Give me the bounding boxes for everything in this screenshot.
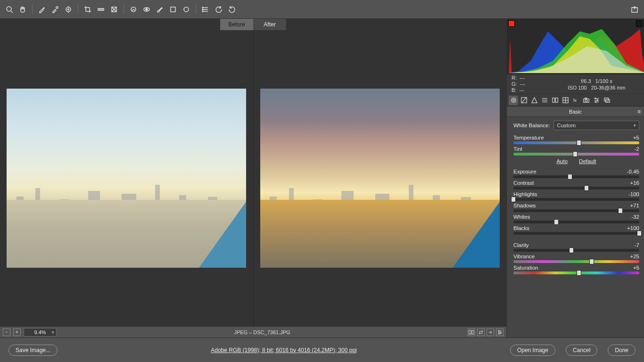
tab-basic-icon[interactable] bbox=[509, 96, 518, 105]
presets-icon[interactable] bbox=[200, 4, 211, 15]
default-button[interactable]: Default bbox=[579, 158, 596, 164]
open-image-button[interactable]: Open Image bbox=[510, 345, 555, 356]
svg-point-20 bbox=[202, 9, 203, 10]
tab-after[interactable]: After bbox=[253, 19, 286, 30]
svg-point-19 bbox=[202, 7, 203, 8]
slider-contrast[interactable]: Contrast+16 bbox=[513, 180, 639, 189]
tab-snapshots-icon[interactable] bbox=[602, 96, 611, 105]
svg-point-0 bbox=[7, 7, 11, 11]
bottom-bar: Save Image... Adobe RGB (1998); 8 bit; 6… bbox=[0, 337, 644, 362]
svg-rect-38 bbox=[555, 98, 558, 102]
svg-line-1 bbox=[11, 11, 13, 13]
svg-point-2 bbox=[56, 7, 58, 8]
svg-point-44 bbox=[585, 99, 587, 102]
eyedropper-icon[interactable] bbox=[36, 4, 48, 15]
slider-saturation[interactable]: Saturation+5 bbox=[513, 265, 639, 274]
panel-title: Basic ≡ bbox=[507, 107, 644, 117]
svg-text:fx: fx bbox=[573, 98, 577, 103]
workspace: Before After − + 9.4% bbox=[0, 19, 644, 337]
exif-strip: R: --- G: --- B: --- f/6.3 1/100 s ISO 1… bbox=[507, 74, 644, 94]
redeye-icon[interactable] bbox=[141, 4, 152, 15]
slider-highlights[interactable]: Highlights-100 bbox=[513, 191, 639, 201]
brush-icon[interactable] bbox=[154, 4, 165, 15]
split-view bbox=[0, 30, 506, 326]
svg-rect-24 bbox=[472, 330, 474, 334]
toolbar-separator bbox=[32, 5, 33, 14]
export-icon[interactable] bbox=[629, 4, 640, 15]
straighten-icon[interactable] bbox=[95, 4, 107, 15]
svg-rect-45 bbox=[585, 98, 586, 99]
svg-point-32 bbox=[512, 99, 514, 101]
wb-select[interactable]: Custom bbox=[553, 121, 639, 130]
swap-icon[interactable] bbox=[477, 329, 485, 336]
slider-tint[interactable]: Tint-2 bbox=[513, 146, 639, 156]
svg-point-3 bbox=[66, 7, 71, 12]
compare-mode-icon[interactable] bbox=[468, 329, 475, 336]
copy-settings-icon[interactable] bbox=[487, 329, 494, 336]
done-button[interactable]: Done bbox=[608, 345, 636, 356]
tab-lens-icon[interactable] bbox=[561, 96, 570, 105]
top-toolbar bbox=[0, 0, 644, 19]
toolbar-separator bbox=[196, 5, 196, 14]
hand-tool-icon[interactable] bbox=[17, 4, 28, 15]
basic-panel: White Balance: Custom Temperature+5 Tint… bbox=[507, 117, 644, 337]
svg-rect-37 bbox=[552, 98, 554, 102]
settings-icon[interactable] bbox=[496, 329, 504, 336]
exif-text: f/6.3 1/100 s ISO 100 20-36@36 mm bbox=[554, 78, 639, 91]
svg-point-4 bbox=[68, 8, 69, 10]
eyedropper-sample-icon[interactable] bbox=[50, 4, 61, 15]
undo-icon[interactable] bbox=[213, 4, 224, 15]
slider-vibrance[interactable]: Vibrance+25 bbox=[513, 254, 639, 263]
slider-temperature[interactable]: Temperature+5 bbox=[513, 135, 639, 144]
target-adjust-icon[interactable] bbox=[63, 4, 74, 15]
tab-fx-icon[interactable]: fx bbox=[571, 96, 580, 105]
histogram[interactable] bbox=[507, 19, 644, 74]
save-image-button[interactable]: Save Image... bbox=[8, 345, 58, 356]
canvas-area: Before After − + 9.4% bbox=[0, 19, 506, 337]
zoom-select[interactable]: 9.4% bbox=[24, 328, 57, 337]
spot-heal-icon[interactable] bbox=[128, 4, 139, 15]
svg-rect-23 bbox=[469, 330, 471, 334]
tab-presets-icon[interactable] bbox=[592, 96, 601, 105]
file-info: JPEG – DSC_7361.JPG bbox=[59, 329, 465, 335]
tab-split-icon[interactable] bbox=[550, 96, 560, 105]
svg-rect-14 bbox=[171, 7, 175, 12]
before-view[interactable] bbox=[0, 30, 253, 326]
tab-hsl-icon[interactable] bbox=[540, 96, 549, 105]
slider-clarity[interactable]: Clarity-7 bbox=[513, 242, 639, 252]
zoom-tool-icon[interactable] bbox=[4, 4, 15, 15]
zoom-in-button[interactable]: + bbox=[13, 329, 21, 336]
tab-detail-icon[interactable] bbox=[529, 96, 539, 105]
before-after-tabs: Before After bbox=[0, 19, 506, 30]
grad-radial-icon[interactable] bbox=[181, 4, 192, 15]
toolbar-separator bbox=[78, 5, 78, 14]
redo-icon[interactable] bbox=[226, 4, 238, 15]
zoom-out-button[interactable]: − bbox=[3, 329, 10, 336]
svg-point-15 bbox=[184, 7, 189, 12]
tab-curve-icon[interactable] bbox=[519, 96, 528, 105]
transform-icon[interactable] bbox=[108, 4, 120, 15]
after-image় bbox=[260, 89, 500, 268]
crop-tool-icon[interactable] bbox=[82, 4, 93, 15]
slider-blacks[interactable]: Blacks+100 bbox=[513, 225, 639, 235]
before-image bbox=[7, 89, 246, 268]
cancel-button[interactable]: Cancel bbox=[566, 345, 597, 356]
svg-point-21 bbox=[202, 11, 203, 12]
auto-button[interactable]: Auto bbox=[556, 158, 568, 164]
wb-label: White Balance: bbox=[513, 123, 550, 128]
slider-whites[interactable]: Whites-32 bbox=[513, 214, 639, 223]
svg-point-31 bbox=[511, 98, 515, 102]
after-view[interactable] bbox=[253, 30, 507, 326]
panel-tabs: fx bbox=[507, 94, 644, 107]
workflow-link[interactable]: Adobe RGB (1998); 8 bit; 6016 by 4016 (2… bbox=[211, 347, 357, 354]
panel-menu-icon[interactable]: ≡ bbox=[637, 108, 641, 115]
canvas-status-bar: − + 9.4% JPEG – DSC_7361.JPG bbox=[0, 326, 506, 337]
tab-camera-icon[interactable] bbox=[581, 96, 591, 105]
slider-shadows[interactable]: Shadows+71 bbox=[513, 203, 639, 212]
right-panel: R: --- G: --- B: --- f/6.3 1/100 s ISO 1… bbox=[506, 19, 644, 337]
toolbar-separator bbox=[124, 5, 124, 14]
tab-before[interactable]: Before bbox=[220, 19, 253, 30]
svg-point-13 bbox=[146, 8, 148, 10]
slider-exposure[interactable]: Exposure-0.45 bbox=[513, 169, 639, 178]
grad-linear-icon[interactable] bbox=[167, 4, 179, 15]
